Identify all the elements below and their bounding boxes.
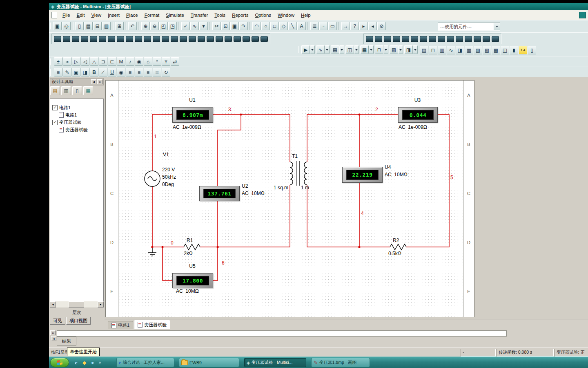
- meter-u4[interactable]: 22.219: [342, 167, 383, 183]
- arc-icon[interactable]: ◠: [252, 22, 261, 30]
- run-simulation-button[interactable]: ▶: [301, 45, 310, 54]
- component-button[interactable]: [90, 36, 97, 42]
- zoom-out-icon[interactable]: ⊖: [150, 22, 159, 30]
- new-sheet-icon[interactable]: ▯: [72, 86, 82, 95]
- open-file-icon[interactable]: ▤: [84, 22, 93, 30]
- place-diode-icon[interactable]: ▷: [72, 57, 80, 66]
- quick-launch-media-icon[interactable]: ◆: [81, 359, 88, 366]
- analysis-combo[interactable]: ∿: [316, 45, 325, 54]
- separator[interactable]: [112, 22, 114, 30]
- import-icon[interactable]: ◂: [368, 22, 377, 30]
- logic-analyzer-icon[interactable]: ▨: [483, 46, 491, 54]
- italic-icon[interactable]: ∕: [99, 68, 107, 76]
- separator[interactable]: [338, 22, 340, 30]
- comment-icon[interactable]: ▭: [328, 22, 337, 30]
- component-button[interactable]: [99, 36, 106, 42]
- component-button[interactable]: [420, 36, 427, 42]
- place-source-icon[interactable]: ±: [54, 57, 62, 66]
- dropdown-arrow-icon[interactable]: [310, 45, 315, 54]
- component-button[interactable]: [483, 36, 490, 42]
- place-rf-icon[interactable]: Y: [162, 57, 170, 66]
- tree-item-transformer-root[interactable]: ✓ 变压器试验: [50, 119, 103, 126]
- scroll-left-icon[interactable]: ◂: [50, 301, 56, 307]
- hierarchy-icon[interactable]: ≣: [310, 22, 319, 30]
- meter-u2[interactable]: 137.761: [199, 186, 240, 201]
- separator[interactable]: [178, 22, 180, 30]
- scrollbar-track[interactable]: [56, 301, 98, 307]
- component-button[interactable]: [54, 36, 61, 42]
- toolbox-header[interactable]: 设计工具箱 ◄ ×: [50, 78, 104, 85]
- component-button[interactable]: [366, 36, 373, 42]
- toolbar-grip[interactable]: [298, 46, 300, 53]
- component-button[interactable]: [135, 36, 142, 42]
- quick-launch-ie-icon[interactable]: e: [73, 359, 80, 366]
- pen-icon[interactable]: ✎: [63, 68, 71, 76]
- component-button[interactable]: [162, 36, 169, 42]
- component-button[interactable]: [171, 36, 178, 42]
- component-button[interactable]: [234, 36, 241, 42]
- tree-item-circuit1-root[interactable]: ✓ 电路1: [50, 104, 103, 111]
- instrument-combo-1[interactable]: ▤: [331, 45, 339, 54]
- component-button[interactable]: [456, 36, 463, 42]
- menu-help[interactable]: Help: [298, 11, 314, 19]
- separator[interactable]: [125, 22, 127, 30]
- copy-icon[interactable]: ⊡: [221, 22, 230, 30]
- separator[interactable]: [249, 22, 251, 30]
- project-view-tab[interactable]: 项目视图: [66, 317, 91, 325]
- dropdown-arrow-icon[interactable]: [354, 45, 359, 54]
- picture-icon[interactable]: ◨: [81, 68, 89, 76]
- text-icon[interactable]: A: [297, 22, 306, 30]
- rotate-icon[interactable]: ↻: [162, 68, 170, 76]
- menu-insert[interactable]: Insert: [105, 11, 123, 19]
- logic-converter-icon[interactable]: ▩: [492, 46, 500, 54]
- component-button[interactable]: [393, 36, 400, 42]
- menu-file[interactable]: File: [59, 11, 74, 19]
- help-icon[interactable]: ?: [350, 22, 359, 30]
- underline-icon[interactable]: U: [108, 68, 116, 76]
- stop-icon[interactable]: ⊘: [377, 22, 386, 30]
- component-button[interactable]: [429, 36, 436, 42]
- component-button[interactable]: [261, 36, 268, 42]
- place-ttl-icon[interactable]: ⊐: [99, 57, 107, 66]
- toolbar-grip[interactable]: [50, 22, 52, 29]
- separator[interactable]: [72, 22, 74, 30]
- menu-place[interactable]: Place: [123, 11, 141, 19]
- separator[interactable]: [209, 22, 211, 30]
- place-misc-icon[interactable]: *: [153, 57, 161, 66]
- menu-edit[interactable]: Edit: [74, 11, 88, 19]
- mdi-child-button[interactable]: [579, 12, 586, 18]
- taskbar-item-paint[interactable]: ✎ 变压器1.bmp - 画图: [311, 358, 370, 367]
- place-cmos-icon[interactable]: ⊏: [108, 57, 116, 66]
- dropdown-arrow-icon[interactable]: [325, 45, 330, 54]
- toolbar-grip[interactable]: [50, 58, 52, 65]
- font-color-icon[interactable]: ◉: [117, 68, 125, 76]
- component-button[interactable]: [492, 36, 499, 42]
- separator[interactable]: [307, 22, 309, 30]
- toolbar-grip[interactable]: [50, 69, 52, 76]
- menu-window[interactable]: Window: [274, 11, 298, 19]
- component-button[interactable]: [438, 36, 445, 42]
- component-button[interactable]: [117, 36, 124, 42]
- copy-clipboard-icon[interactable]: ⊞: [115, 22, 124, 30]
- visible-tab[interactable]: 可见: [50, 317, 65, 325]
- component-button[interactable]: [81, 36, 88, 42]
- frequency-counter-icon[interactable]: ▦: [465, 46, 473, 54]
- dropdown-arrow-icon[interactable]: [398, 45, 403, 54]
- rectangle-icon[interactable]: □: [270, 22, 279, 30]
- dropdown-arrow-icon[interactable]: [369, 45, 374, 54]
- annotation-icon[interactable]: ≡: [54, 68, 62, 76]
- new-file-icon[interactable]: ▯: [75, 22, 84, 30]
- dropdown-arrow-icon[interactable]: [494, 23, 500, 30]
- component-button[interactable]: [108, 36, 115, 42]
- undo-icon[interactable]: ↶: [128, 22, 137, 30]
- zoom-in-icon[interactable]: ⊕: [141, 22, 150, 30]
- place-power-icon[interactable]: ⌂: [144, 57, 152, 66]
- tree-item-circuit1-sheet[interactable]: 电路1: [50, 111, 103, 119]
- component-button[interactable]: [225, 36, 232, 42]
- checkbox-checked-icon[interactable]: ✓: [52, 120, 58, 125]
- instrument-combo-3[interactable]: ▦: [360, 45, 369, 54]
- close-results-icon[interactable]: ×: [50, 330, 56, 335]
- tree-item-transformer-sheet[interactable]: 变压器试验: [50, 126, 103, 133]
- component-button[interactable]: [153, 36, 160, 42]
- start-button[interactable]: [50, 358, 69, 367]
